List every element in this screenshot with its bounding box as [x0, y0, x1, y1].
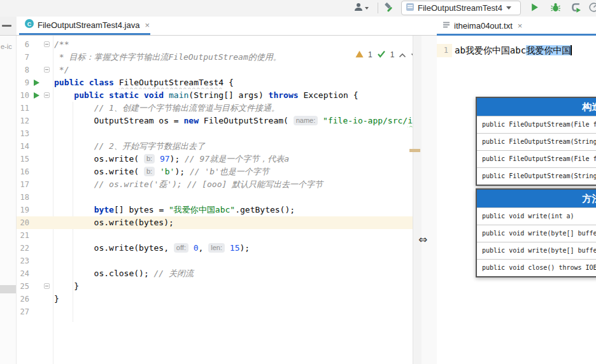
text-file-icon [442, 20, 451, 32]
collapsed-panel-text: e-ic [1, 43, 12, 50]
gutter-spacer [42, 216, 52, 229]
code-text: os.write(bytes); [54, 216, 413, 229]
java-editor[interactable]: 6/**7 * 目标：掌握文件字节输出流FileOutputStream的使用。… [17, 36, 413, 364]
code-token: // 1、创建一个字节输出流管道与目标文件接通。 [94, 103, 280, 113]
user-menu-button[interactable] [353, 2, 369, 15]
panel-scrollbar-thumb[interactable] [0, 285, 16, 293]
code-line[interactable]: 24 os.close(); // 关闭流 [17, 267, 413, 280]
debug-button[interactable] [550, 2, 561, 15]
code-line[interactable]: 22 os.write(bytes, off: 0, len: 15); [17, 242, 413, 255]
fold-marker-icon[interactable] [42, 38, 52, 51]
code-text: // 2、开始写字节数据出去了 [54, 140, 413, 153]
code-token: FileOutputStream( [204, 116, 294, 125]
hide-panel-icon[interactable] [2, 25, 11, 27]
fold-marker-icon[interactable] [42, 89, 52, 102]
code-line[interactable]: 21 [17, 229, 413, 242]
code-line[interactable]: 11 // 1、创建一个字节输出流管道与目标文件接通。 [17, 102, 413, 115]
code-line[interactable]: 8 */ [17, 64, 413, 76]
code-token: // 2、开始写字节数据出去了 [94, 141, 205, 151]
gutter-spacer [42, 165, 52, 178]
code-line[interactable]: 13 [17, 127, 413, 140]
line-number: 10 [17, 91, 29, 100]
code-text: */ [54, 64, 413, 76]
code-token: // 'b'也是一个字节 [190, 167, 269, 176]
main-toolbar: FileOutputStreamTest4 [0, 0, 596, 17]
code-token: */ [54, 65, 69, 74]
line-number: 23 [17, 256, 29, 265]
line-number: 24 [17, 269, 29, 278]
code-line[interactable]: 18 [17, 191, 413, 204]
code-line[interactable]: 15 os.write( b: 97); // 97就是一个字节，代表a [17, 153, 413, 165]
collapsed-project-panel[interactable]: e-ic [0, 36, 17, 364]
code-line[interactable]: 25 } [17, 280, 413, 293]
code-line[interactable]: 27 [17, 305, 413, 318]
code-token: , [199, 243, 209, 253]
run-gutter-icon[interactable] [32, 89, 42, 102]
run-with-coverage-icon [571, 2, 581, 15]
code-token: ithe [408, 116, 413, 125]
code-token: } [54, 281, 79, 291]
code-token: "file-io-app/src/ [323, 116, 408, 125]
tool-window-stripe [0, 17, 17, 35]
profiler-button[interactable] [588, 2, 596, 15]
gutter-spacer [32, 51, 42, 64]
line-number: 9 [17, 78, 29, 87]
code-line[interactable]: 14 // 2、开始写字节数据出去了 [17, 140, 413, 153]
gutter-spacer [42, 204, 52, 216]
code-line[interactable]: 12 OutputStream os = new FileOutputStrea… [17, 115, 413, 127]
build-button[interactable] [384, 2, 395, 15]
table-row: public void write(byte[] buffe [477, 225, 596, 242]
code-line[interactable]: 26} [17, 293, 413, 305]
line-number: 14 [17, 142, 29, 151]
editor-splitter[interactable] [422, 36, 437, 364]
code-token: FileOutputStreamTest4 [119, 78, 223, 87]
scrollbar-warning-mark[interactable] [409, 149, 420, 152]
editor-scrollbar[interactable] [413, 36, 422, 364]
line-number: 12 [17, 116, 29, 125]
run-config-app-icon [406, 3, 415, 14]
code-token: os.write( [54, 154, 144, 164]
run-button[interactable] [530, 2, 539, 15]
code-token: .getBytes(); [235, 205, 295, 214]
text-line[interactable]: ab我爱你中国abc我爱你中国 [455, 44, 572, 57]
gutter-spacer [32, 153, 42, 165]
code-text: os.close(); // 关闭流 [54, 267, 413, 280]
tab-fileoutputstreamtest4-java[interactable]: C FileOutputStreamTest4.java × [19, 17, 150, 35]
close-icon[interactable]: × [145, 20, 150, 30]
table-header: 构造器 [477, 98, 596, 116]
gutter-spacer [42, 242, 52, 255]
user-icon [353, 2, 364, 15]
debug-bug-icon [550, 2, 561, 15]
line-number: 6 [17, 40, 29, 49]
tab-itheima04out-txt[interactable]: itheima04out.txt × [437, 17, 521, 35]
code-line[interactable]: 10 public static void main(String[] args… [17, 89, 413, 102]
run-with-coverage-button[interactable] [571, 2, 581, 15]
code-token: os.write(bytes, [54, 243, 174, 253]
fold-marker-icon[interactable] [42, 64, 52, 76]
chevron-down-icon [506, 6, 511, 10]
run-configuration-select[interactable]: FileOutputStreamTest4 [401, 1, 521, 15]
code-line[interactable]: 23 [17, 255, 413, 267]
chevron-up-icon[interactable] [399, 49, 406, 60]
code-line[interactable]: 9public class FileOutputStreamTest4 { [17, 76, 413, 89]
table-row: public FileOutputStream(String [477, 133, 596, 150]
line-number: 8 [17, 66, 29, 74]
code-line[interactable]: 16 os.write( b: 'b'); // 'b'也是一个字节 [17, 165, 413, 178]
code-token: // os.write('磊'); // [ooo] 默认只能写出去一个字节 [94, 179, 323, 189]
code-line[interactable]: 17 // os.write('磊'); // [ooo] 默认只能写出去一个字… [17, 178, 413, 191]
tab-title: itheima04out.txt [454, 21, 513, 31]
close-icon[interactable]: × [518, 21, 523, 31]
gutter-spacer [32, 38, 42, 51]
fold-marker-icon[interactable] [42, 280, 52, 293]
inspections-widget[interactable]: 1 1 [353, 48, 413, 61]
line-number: 20 [17, 218, 29, 227]
code-token: throws [269, 90, 304, 100]
line-number: 18 [17, 193, 29, 202]
code-line[interactable]: 19 byte[] bytes = "我爱你中国abc".getBytes(); [17, 204, 413, 216]
code-token [54, 103, 94, 113]
code-line[interactable]: 20 os.write(bytes); [17, 216, 413, 229]
code-text: OutputStream os = new FileOutputStream( … [54, 115, 413, 127]
code-token [225, 243, 230, 253]
warning-count: 1 [368, 50, 372, 59]
run-gutter-icon[interactable] [32, 76, 42, 89]
